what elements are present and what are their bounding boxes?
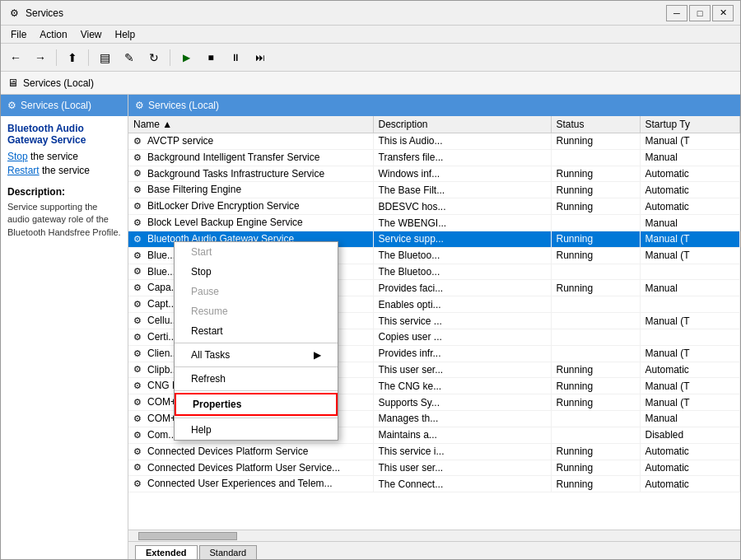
table-row[interactable]: ⚙Connected Devices Platform User Service… <box>128 460 740 476</box>
properties-toolbar-button[interactable]: ✎ <box>118 47 141 68</box>
table-row[interactable]: ⚙Block Level Backup Engine ServiceThe WB… <box>128 215 740 231</box>
all-tasks-arrow: ▶ <box>314 349 321 361</box>
service-desc-cell: The Base Filt... <box>373 182 551 198</box>
back-button[interactable]: ← <box>4 47 27 68</box>
table-row[interactable]: ⚙Connected User Experiences and Telem...… <box>128 476 740 492</box>
up-button[interactable]: ⬆ <box>61 47 84 68</box>
service-desc-cell: Provides faci... <box>373 280 551 296</box>
left-nav-title: Services (Local) <box>21 100 91 111</box>
service-icon: ⚙ <box>133 266 145 278</box>
service-desc-cell: Service supp... <box>373 231 551 247</box>
menu-help[interactable]: Help <box>109 27 142 42</box>
refresh-toolbar-button[interactable]: ↻ <box>142 47 165 68</box>
service-status-cell: Running <box>551 280 640 296</box>
content-area: ⚙ Services (Local) Bluetooth Audio Gatew… <box>1 95 740 559</box>
resume-service-button[interactable]: ⏭ <box>249 47 272 68</box>
service-icon: ⚙ <box>133 462 145 474</box>
table-row[interactable]: ⚙BitLocker Drive Encryption ServiceBDESV… <box>128 198 740 215</box>
table-row[interactable]: ⚙Connected Devices Platform ServiceThis … <box>128 443 740 460</box>
service-status-cell: Running <box>551 443 640 460</box>
service-title: Bluetooth Audio Gateway Service <box>7 123 121 146</box>
service-status-cell: Running <box>551 378 640 394</box>
restart-service-link[interactable]: Restart <box>7 165 40 176</box>
description-container: Description: Service supporting the audi… <box>7 186 121 239</box>
context-stop[interactable]: Stop <box>175 262 338 282</box>
gear-icon-header: ⚙ <box>135 100 144 111</box>
service-startup-cell: Automatic <box>640 166 740 182</box>
service-status-cell <box>551 411 640 427</box>
forward-button[interactable]: → <box>29 47 52 68</box>
service-startup-cell <box>640 296 740 313</box>
context-help[interactable]: Help <box>175 420 338 440</box>
service-status-cell <box>551 264 640 280</box>
gear-icon-nav: ⚙ <box>7 100 16 111</box>
service-icon: ⚙ <box>133 152 145 164</box>
minimize-button[interactable]: ─ <box>666 5 687 21</box>
col-status[interactable]: Status <box>551 116 640 133</box>
col-name[interactable]: Name ▲ <box>128 116 373 133</box>
table-row[interactable]: ⚙Background Tasks Infrastructure Service… <box>128 166 740 182</box>
tab-extended[interactable]: Extended <box>135 545 198 559</box>
col-startup[interactable]: Startup Ty <box>640 116 740 133</box>
service-name-cell: ⚙Block Level Backup Engine Service <box>128 215 373 231</box>
service-startup-cell: Manual (T <box>640 378 740 394</box>
stop-service-link[interactable]: Stop <box>7 151 28 162</box>
table-row[interactable]: ⚙AVCTP serviceThis is Audio...RunningMan… <box>128 133 740 150</box>
stop-suffix: the service <box>28 151 78 162</box>
show-hide-button[interactable]: ▤ <box>93 47 116 68</box>
all-tasks-label: All Tasks <box>191 349 230 361</box>
close-button[interactable]: ✕ <box>712 5 734 21</box>
service-icon: ⚙ <box>133 168 145 180</box>
service-status-cell: Running <box>551 394 640 411</box>
service-startup-cell: Manual (T <box>640 231 740 247</box>
context-refresh[interactable]: Refresh <box>175 369 338 389</box>
service-startup-cell: Manual (T <box>640 394 740 411</box>
service-icon: ⚙ <box>133 299 145 310</box>
toolbar: ← → ⬆ ▤ ✎ ↻ ▶ ■ ⏸ ⏭ <box>1 44 740 72</box>
context-properties[interactable]: Properties <box>175 393 338 416</box>
context-sep-3 <box>175 390 338 391</box>
service-icon: ⚙ <box>133 446 145 458</box>
service-desc-cell: This is Audio... <box>373 133 551 150</box>
left-nav-header: ⚙ Services (Local) <box>1 95 128 116</box>
toolbar-sep-3 <box>170 49 170 66</box>
service-name-cell: ⚙BitLocker Drive Encryption Service <box>128 198 373 215</box>
service-icon: ⚙ <box>133 184 145 196</box>
start-service-button[interactable]: ▶ <box>175 47 198 68</box>
service-startup-cell: Automatic <box>640 476 740 492</box>
stop-service-button[interactable]: ■ <box>199 47 222 68</box>
service-status-cell <box>551 296 640 313</box>
service-startup-cell <box>640 329 740 345</box>
service-desc-cell: Maintains a... <box>373 427 551 443</box>
col-description[interactable]: Description <box>373 116 551 133</box>
context-restart[interactable]: Restart <box>175 321 338 341</box>
context-all-tasks[interactable]: All Tasks ▶ <box>175 345 338 365</box>
horizontal-scrollbar[interactable] <box>128 530 740 541</box>
service-icon: ⚙ <box>133 217 145 229</box>
pause-service-button[interactable]: ⏸ <box>224 47 247 68</box>
tab-standard[interactable]: Standard <box>199 545 258 559</box>
menu-file[interactable]: File <box>4 27 33 42</box>
restart-service-link-container: Restart the service <box>7 165 121 176</box>
right-panel: ⚙ Services (Local) Name ▲ Description St… <box>128 95 740 559</box>
main-window: ⚙ Services ─ □ ✕ File Action View Help ←… <box>0 0 741 560</box>
toolbar-sep-1 <box>56 49 57 66</box>
menu-action[interactable]: Action <box>33 27 73 42</box>
maximize-button[interactable]: □ <box>689 5 711 21</box>
table-row[interactable]: ⚙Background Intelligent Transfer Service… <box>128 149 740 166</box>
service-icon: ⚙ <box>133 136 145 147</box>
window-icon: ⚙ <box>7 7 21 20</box>
service-icon: ⚙ <box>133 234 145 245</box>
service-desc-cell: Windows inf... <box>373 166 551 182</box>
service-startup-cell: Manual (T <box>640 345 740 362</box>
service-name-cell: ⚙Base Filtering Engine <box>128 182 373 198</box>
service-startup-cell: Automatic <box>640 362 740 378</box>
hscroll-thumb[interactable] <box>138 532 237 540</box>
service-startup-cell: Manual (T <box>640 247 740 264</box>
menu-view[interactable]: View <box>74 27 109 42</box>
table-row[interactable]: ⚙Base Filtering EngineThe Base Filt...Ru… <box>128 182 740 198</box>
address-label: Services (Local) <box>23 77 94 89</box>
service-icon: ⚙ <box>133 282 145 294</box>
service-icon: ⚙ <box>133 478 145 490</box>
service-status-cell: Running <box>551 133 640 150</box>
